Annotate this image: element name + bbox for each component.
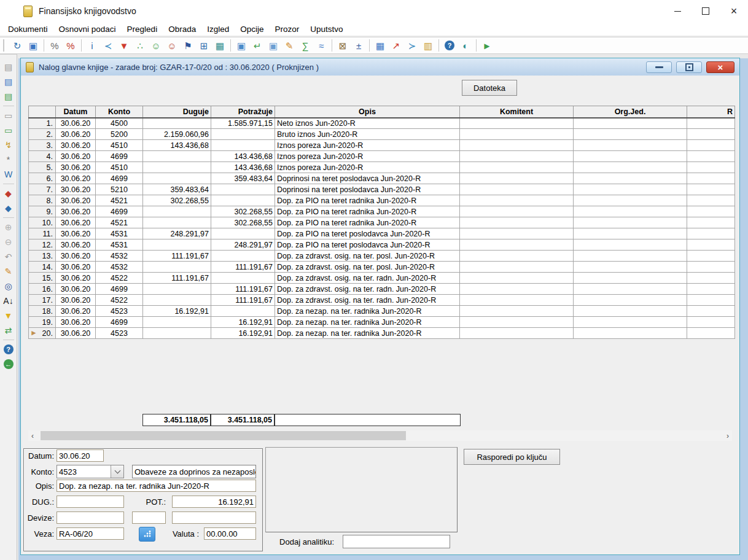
row-number-cell[interactable]: 14. (29, 262, 56, 273)
table-cell[interactable]: 30.06.20 (56, 140, 96, 151)
table-cell[interactable] (460, 151, 574, 162)
row-number-cell[interactable]: 19. (29, 317, 56, 328)
table-row[interactable]: 12.30.06.204531248.291,97Dop. za PIO na … (29, 239, 735, 251)
table-cell[interactable]: 4510 (96, 162, 143, 173)
table-cell[interactable] (211, 228, 275, 239)
table-cell[interactable]: Dop. za zdravst. osig. na ter. posl. Jun… (275, 262, 460, 273)
table-cell[interactable] (143, 118, 211, 129)
book-red-icon[interactable]: ◆ (2, 187, 15, 200)
print-icon[interactable]: ▭ (2, 109, 15, 122)
row-number-cell[interactable]: 20.► (29, 328, 56, 339)
table-cell[interactable] (687, 251, 735, 262)
table-cell[interactable]: 143.436,68 (211, 162, 275, 173)
table-cell[interactable] (460, 295, 574, 306)
table-cell[interactable] (687, 217, 735, 228)
table-cell[interactable] (143, 151, 211, 162)
table-cell[interactable]: 4531 (96, 228, 143, 239)
table-row[interactable]: 1.30.06.2045001.585.971,15Neto iznos Jun… (29, 118, 735, 129)
percent-report-icon[interactable]: % (63, 39, 78, 52)
datum-input[interactable] (56, 449, 104, 462)
opis-input[interactable] (56, 480, 256, 492)
table-cell[interactable] (211, 251, 275, 262)
table-cell[interactable] (687, 118, 735, 129)
edit-note-icon[interactable]: ✎ (282, 39, 297, 52)
table-cell[interactable] (687, 129, 735, 140)
hierarchy-icon[interactable]: ≻ (405, 39, 419, 52)
table-cell[interactable] (574, 173, 687, 184)
table-cell[interactable]: 111.191,67 (143, 273, 211, 284)
table-cell[interactable] (460, 173, 574, 184)
table-cell[interactable] (460, 217, 574, 228)
table-cell[interactable] (460, 306, 574, 317)
world-help-icon[interactable]: ◐ (458, 39, 473, 52)
table-cell[interactable]: 30.06.20 (56, 262, 96, 273)
table-cell[interactable]: 30.06.20 (56, 273, 96, 284)
table-cell[interactable]: 248.291,97 (143, 228, 211, 239)
table-cell[interactable] (211, 184, 275, 195)
table-cell[interactable] (574, 195, 687, 206)
table-cell[interactable]: Dop. za zdravst. osig. na ter. radn. Jun… (275, 273, 460, 284)
table-cell[interactable]: 359.483,64 (143, 184, 211, 195)
table-cell[interactable]: 111.191,67 (211, 262, 275, 273)
row-number-cell[interactable]: 4. (29, 151, 56, 162)
table-cell[interactable]: 30.06.20 (56, 118, 96, 129)
ruler-flag-icon[interactable]: ⚑ (181, 39, 195, 52)
window-duplicate-icon[interactable]: ▣ (266, 39, 281, 52)
table-cell[interactable]: 302.268,55 (211, 217, 275, 228)
table-cell[interactable]: Dop. za nezap. na ter. radnika Jun-2020-… (275, 328, 460, 339)
table-cell[interactable]: 4699 (96, 173, 143, 184)
table-cell[interactable] (574, 118, 687, 129)
table-row[interactable]: 9.30.06.204699302.268,55Dop. za PIO na t… (29, 206, 735, 217)
table-cell[interactable]: 30.06.20 (56, 228, 96, 239)
table-cell[interactable]: 30.06.20 (56, 317, 96, 328)
table-cell[interactable]: 302.268,55 (143, 195, 211, 206)
table-cell[interactable]: 30.06.20 (56, 184, 96, 195)
minimize-button[interactable] (663, 0, 692, 22)
table-cell[interactable] (687, 239, 735, 251)
table-cell[interactable]: 2.159.060,96 (143, 129, 211, 140)
table-cell[interactable]: 5210 (96, 184, 143, 195)
table-cell[interactable] (460, 129, 574, 140)
table-row[interactable]: 11.30.06.204531248.291,97Dop. za PIO na … (29, 228, 735, 239)
table-cell[interactable] (574, 328, 687, 339)
horizontal-scrollbar[interactable]: ‹ › (28, 430, 732, 441)
table-cell[interactable]: 30.06.20 (56, 129, 96, 140)
table-cell[interactable]: 248.291,97 (211, 239, 275, 251)
table-cell[interactable] (574, 228, 687, 239)
table-cell[interactable] (211, 306, 275, 317)
percent-sheet-icon[interactable]: ▦ (212, 39, 227, 52)
table-cell[interactable]: Doprinosi na teret poslodavca Jun-2020-R (275, 173, 460, 184)
table-cell[interactable]: 4522 (96, 273, 143, 284)
dodaj-analitiku-input[interactable] (343, 535, 450, 548)
row-number-cell[interactable]: 7. (29, 184, 56, 195)
table-cell[interactable] (687, 306, 735, 317)
column-header-Konto[interactable]: Konto (96, 106, 143, 118)
table-cell[interactable]: 111.191,67 (211, 284, 275, 295)
save-icon[interactable]: ▤ (2, 60, 15, 74)
table-cell[interactable]: 4699 (96, 284, 143, 295)
datoteka-button[interactable]: Datoteka (462, 80, 517, 96)
table-cell[interactable] (687, 273, 735, 284)
undo-icon[interactable]: ↶ (2, 250, 15, 263)
table-row[interactable]: 6.30.06.204699359.483,64Doprinosi na ter… (29, 173, 735, 184)
menu-izgled[interactable]: Izgled (201, 23, 235, 35)
book-blue-icon[interactable]: ◆ (2, 201, 15, 215)
table-row[interactable]: 2.30.06.2052002.159.060,96Bruto iznos Ju… (29, 129, 735, 140)
exit-icon[interactable]: ► (480, 39, 494, 52)
konto-combobox[interactable]: 4523 (56, 465, 124, 478)
table-cell[interactable]: 4521 (96, 195, 143, 206)
table-cell[interactable]: 30.06.20 (56, 251, 96, 262)
row-number-cell[interactable]: 10. (29, 217, 56, 228)
table-cell[interactable] (574, 306, 687, 317)
table-cell[interactable]: 4532 (96, 262, 143, 273)
row-number-cell[interactable]: 17. (29, 295, 56, 306)
table-cell[interactable]: 4532 (96, 251, 143, 262)
table-cell[interactable]: Dop. za PIO na teret radnika Jun-2020-R (275, 206, 460, 217)
table-cell[interactable]: 30.06.20 (56, 306, 96, 317)
remove-row-icon[interactable]: ⊖ (2, 235, 15, 249)
table-cell[interactable] (687, 328, 735, 339)
table-cell[interactable] (574, 162, 687, 173)
row-number-cell[interactable]: 1. (29, 118, 56, 129)
copy-windows-icon[interactable]: ▣ (234, 39, 249, 52)
table-cell[interactable] (460, 251, 574, 262)
